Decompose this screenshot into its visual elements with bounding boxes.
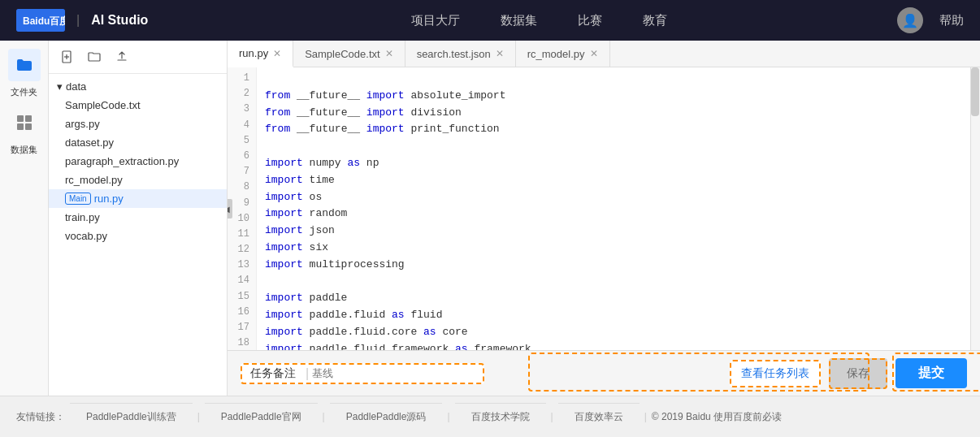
tab-searchtestjson-close[interactable]: ✕ bbox=[496, 48, 504, 59]
sidebar-dataset-label: 数据集 bbox=[11, 144, 37, 156]
tab-rcmodel[interactable]: rc_model.py ✕ bbox=[516, 41, 610, 67]
file-runpy[interactable]: Main run.py bbox=[49, 189, 227, 208]
chevron-icon: ▾ bbox=[57, 80, 63, 93]
svg-rect-3 bbox=[25, 115, 32, 122]
footer-prefix: 友情链接： bbox=[16, 410, 65, 424]
tab-runpy-close[interactable]: ✕ bbox=[273, 48, 281, 59]
file-toolbar bbox=[49, 41, 227, 74]
logo-separator: | bbox=[76, 13, 80, 28]
footer-link-paddlecamp[interactable]: PaddlePaddle训练营 bbox=[70, 403, 193, 431]
tab-rcmodel-label: rc_model.py bbox=[527, 48, 585, 60]
file-paragraph[interactable]: paragraph_extraction.py bbox=[49, 152, 227, 171]
baseline-input[interactable] bbox=[312, 367, 475, 379]
svg-rect-5 bbox=[25, 123, 32, 130]
code-editor[interactable]: ◀ 1 2 3 4 5 6 7 8 9 10 11 12 13 14 bbox=[228, 67, 980, 350]
footer-link-paddlesource[interactable]: PaddlePaddle源码 bbox=[330, 403, 443, 431]
run-file-row: Main run.py bbox=[65, 193, 210, 205]
tab-searchtestjson-label: search.test.json bbox=[417, 48, 491, 60]
dataset-icon[interactable] bbox=[8, 106, 41, 139]
save-button[interactable]: 保存 bbox=[829, 358, 887, 389]
baidu-logo: Baidu百度 bbox=[16, 9, 65, 32]
nav-links: 项目大厅 数据集 比赛 教育 bbox=[180, 13, 897, 28]
logo-area: Baidu百度 | AI Studio bbox=[16, 9, 148, 32]
nav-competition[interactable]: 比赛 bbox=[578, 13, 602, 28]
footer-link-paddleofficial[interactable]: PaddlePaddle官网 bbox=[205, 403, 318, 431]
code-lines: 1 2 3 4 5 6 7 8 9 10 11 12 13 14 15 16 1 bbox=[228, 67, 980, 350]
top-navigation: Baidu百度 | AI Studio 项目大厅 数据集 比赛 教育 👤 帮助 bbox=[0, 0, 980, 41]
submit-button[interactable]: 提交 bbox=[895, 358, 967, 388]
avatar[interactable]: 👤 bbox=[897, 7, 923, 33]
tab-searchtestjson[interactable]: search.test.json ✕ bbox=[405, 41, 516, 67]
folder-icon[interactable] bbox=[8, 49, 41, 81]
folder-data[interactable]: ▾ data bbox=[49, 77, 227, 96]
code-text[interactable]: from __future__ import absolute_import f… bbox=[257, 67, 980, 350]
tab-samplecode[interactable]: SampleCode.txt ✕ bbox=[293, 41, 405, 67]
main-content: 文件夹 数据集 bbox=[0, 41, 980, 396]
sidebar-files-label: 文件夹 bbox=[11, 86, 37, 98]
svg-text:Baidu百度: Baidu百度 bbox=[23, 15, 65, 27]
nav-project-hall[interactable]: 项目大厅 bbox=[411, 13, 460, 28]
file-list: ▾ data SampleCode.txt args.py dataset.py… bbox=[49, 74, 227, 396]
file-train[interactable]: train.py bbox=[49, 208, 227, 227]
file-panel: ▾ data SampleCode.txt args.py dataset.py… bbox=[49, 41, 228, 396]
footer-link-baiducloud[interactable]: 百度效率云 bbox=[558, 403, 640, 431]
tab-samplecode-close[interactable]: ✕ bbox=[385, 48, 393, 59]
footer: 友情链接： PaddlePaddle训练营 | PaddlePaddle官网 |… bbox=[0, 396, 980, 437]
nav-dataset[interactable]: 数据集 bbox=[501, 13, 537, 28]
new-file-button[interactable] bbox=[57, 47, 76, 67]
sidebar: 文件夹 数据集 bbox=[0, 41, 49, 396]
editor-area: run.py ✕ SampleCode.txt ✕ search.test.js… bbox=[228, 41, 980, 396]
new-folder-button[interactable] bbox=[85, 47, 104, 67]
footer-link-baidutechacademy[interactable]: 百度技术学院 bbox=[455, 403, 546, 431]
task-input-group: 任务备注 | bbox=[241, 363, 484, 384]
nav-right: 👤 帮助 bbox=[897, 7, 964, 33]
help-link[interactable]: 帮助 bbox=[939, 13, 964, 28]
scrollbar-thumb[interactable] bbox=[971, 67, 979, 116]
file-vocab[interactable]: vocab.py bbox=[49, 227, 227, 245]
tab-rcmodel-close[interactable]: ✕ bbox=[590, 48, 598, 59]
file-args[interactable]: args.py bbox=[49, 115, 227, 133]
folder-data-label: data bbox=[66, 80, 86, 93]
collapse-panel-button[interactable]: ◀ bbox=[228, 199, 232, 218]
nav-education[interactable]: 教育 bbox=[643, 13, 667, 28]
editor-scrollbar[interactable] bbox=[970, 67, 980, 350]
svg-rect-2 bbox=[17, 115, 24, 122]
tab-runpy[interactable]: run.py ✕ bbox=[228, 41, 293, 67]
sidebar-item-dataset[interactable]: 数据集 bbox=[8, 106, 41, 156]
sidebar-item-files[interactable]: 文件夹 bbox=[8, 49, 41, 98]
tab-bar: run.py ✕ SampleCode.txt ✕ search.test.js… bbox=[228, 41, 980, 67]
app-title: AI Studio bbox=[91, 13, 148, 28]
footer-copyright: © 2019 Baidu 使用百度前必读 bbox=[652, 410, 782, 424]
main-badge: Main bbox=[65, 193, 91, 205]
task-note-label: 任务备注 bbox=[250, 366, 296, 381]
view-tasks-button[interactable]: 查看任务列表 bbox=[730, 360, 821, 387]
upload-button[interactable] bbox=[112, 47, 132, 67]
tab-runpy-label: run.py bbox=[239, 47, 268, 59]
bottom-bar: 任务备注 | 查看任务列表 保存 提交 bbox=[228, 350, 980, 396]
tab-samplecode-label: SampleCode.txt bbox=[305, 48, 380, 60]
file-rcmodel[interactable]: rc_model.py bbox=[49, 171, 227, 189]
svg-rect-4 bbox=[17, 123, 24, 130]
file-dataset[interactable]: dataset.py bbox=[49, 133, 227, 152]
file-samplecode[interactable]: SampleCode.txt bbox=[49, 96, 227, 115]
